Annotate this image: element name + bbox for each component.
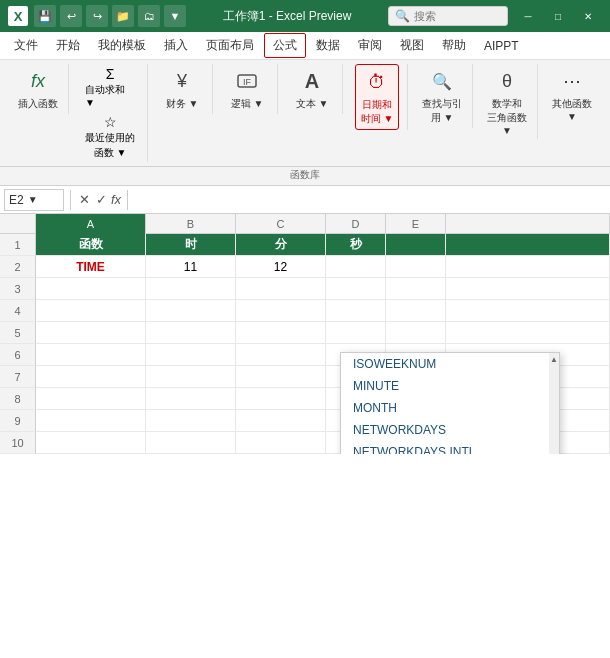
more-functions-button[interactable]: ⋯ 其他函数 ▼ — [550, 64, 594, 125]
function-dropdown: ISOWEEKNUM MINUTE MONTH NETWORKDAYS NETW… — [340, 352, 560, 454]
close-button[interactable]: ✕ — [574, 5, 602, 27]
search-icon: 🔍 — [395, 9, 410, 23]
formula-input[interactable] — [134, 189, 606, 211]
col-header-c[interactable]: C — [236, 214, 326, 234]
col-header-b[interactable]: B — [146, 214, 236, 234]
menu-layout[interactable]: 页面布局 — [198, 34, 262, 57]
title-bar-icons: 💾 ↩ ↪ 📁 🗂 ▼ — [34, 5, 186, 27]
ribbon-section-label: 函数库 — [0, 167, 610, 186]
svg-text:IF: IF — [243, 77, 252, 87]
cell-b2[interactable]: 11 — [146, 256, 236, 278]
cell-a1[interactable]: 函数 — [36, 234, 146, 256]
table-row: 1 函数 时 分 秒 — [0, 234, 610, 256]
dropdown-item-month[interactable]: MONTH — [341, 397, 549, 419]
cell-d2[interactable] — [326, 256, 386, 278]
search-input[interactable] — [414, 10, 494, 22]
maximize-button[interactable]: □ — [544, 5, 572, 27]
customize-icon[interactable]: ▼ — [164, 5, 186, 27]
menu-help[interactable]: 帮助 — [434, 34, 474, 57]
dropdown-item-networkdays-intl[interactable]: NETWORKDAYS.INTL — [341, 441, 549, 454]
menu-view[interactable]: 视图 — [392, 34, 432, 57]
app-logo: X — [8, 6, 28, 26]
datetime-button[interactable]: ⏱ 日期和时间 ▼ — [355, 64, 399, 130]
ribbon-group-fx: fx 插入函数 — [8, 64, 69, 114]
cell-reference-box[interactable]: E2 ▼ — [4, 189, 64, 211]
title-bar: X 💾 ↩ ↪ 📁 🗂 ▼ 工作簿1 - Excel Preview 🔍 ─ □… — [0, 0, 610, 32]
finance-button[interactable]: ¥ 财务 ▼ — [160, 64, 204, 114]
menu-home[interactable]: 开始 — [48, 34, 88, 57]
col-header-e[interactable]: E — [386, 214, 446, 234]
redo-icon[interactable]: ↪ — [86, 5, 108, 27]
table-row: 3 — [0, 278, 610, 300]
fx-label: fx — [111, 192, 121, 207]
menu-data[interactable]: 数据 — [308, 34, 348, 57]
scroll-up-button[interactable]: ▲ — [548, 353, 560, 366]
autosum-button[interactable]: Σ 自动求和 ▼ — [81, 64, 139, 110]
dropdown-list: ISOWEEKNUM MINUTE MONTH NETWORKDAYS NETW… — [341, 353, 559, 454]
window-title: 工作簿1 - Excel Preview — [192, 8, 382, 25]
menu-formula[interactable]: 公式 — [264, 33, 306, 58]
undo-icon[interactable]: ↩ — [60, 5, 82, 27]
formula-divider — [70, 190, 71, 210]
cell-d1[interactable]: 秒 — [326, 234, 386, 256]
col-header-rest[interactable] — [446, 214, 610, 234]
dropdown-item-networkdays[interactable]: NETWORKDAYS — [341, 419, 549, 441]
lookup-button[interactable]: 🔍 查找与引用 ▼ — [420, 64, 464, 128]
menu-file[interactable]: 文件 — [6, 34, 46, 57]
math-button[interactable]: θ 数学和三角函数 ▼ — [485, 64, 529, 139]
formula-bar: E2 ▼ ✕ ✓ fx — [0, 186, 610, 214]
open-icon[interactable]: 📁 — [112, 5, 134, 27]
text-button[interactable]: A 文本 ▼ — [290, 64, 334, 114]
dropdown-item-isoweeknum[interactable]: ISOWEEKNUM — [341, 353, 549, 375]
lookup-icon: 🔍 — [428, 67, 456, 95]
dropdown-item-minute[interactable]: MINUTE — [341, 375, 549, 397]
confirm-formula-icon[interactable]: ✓ — [94, 190, 109, 209]
math-icon: θ — [493, 67, 521, 95]
cell-a2[interactable]: TIME — [36, 256, 146, 278]
row-num-1: 1 — [0, 234, 36, 256]
menu-insert[interactable]: 插入 — [156, 34, 196, 57]
column-headers: A B C D E — [0, 214, 610, 234]
cell-c2[interactable]: 12 — [236, 256, 326, 278]
cell-f2[interactable] — [446, 256, 610, 278]
cell-e2[interactable] — [386, 256, 446, 278]
save-icon[interactable]: 💾 — [34, 5, 56, 27]
row-num-2: 2 — [0, 256, 36, 278]
search-bar[interactable]: 🔍 — [388, 6, 508, 26]
cancel-formula-icon[interactable]: ✕ — [77, 190, 92, 209]
table-row: 5 — [0, 322, 610, 344]
folder-icon[interactable]: 🗂 — [138, 5, 160, 27]
insert-function-button[interactable]: fx 插入函数 — [16, 64, 60, 114]
ribbon-group-finance: ¥ 财务 ▼ — [152, 64, 213, 114]
menu-templates[interactable]: 我的模板 — [90, 34, 154, 57]
ribbon-group-logic: IF 逻辑 ▼ — [217, 64, 278, 114]
col-header-d[interactable]: D — [326, 214, 386, 234]
ribbon: fx 插入函数 Σ 自动求和 ▼ ☆ 最近使用的 函数 ▼ ¥ 财务 ▼ — [0, 60, 610, 167]
ribbon-group-more: ⋯ 其他函数 ▼ — [542, 64, 602, 125]
logic-button[interactable]: IF 逻辑 ▼ — [225, 64, 269, 114]
sheet-container: A B C D E 1 函数 时 分 秒 2 TIME 11 12 3 4 5 … — [0, 214, 610, 454]
menu-review[interactable]: 审阅 — [350, 34, 390, 57]
cell-f1[interactable] — [446, 234, 610, 256]
corner-cell — [0, 214, 36, 233]
table-row: 2 TIME 11 12 — [0, 256, 610, 278]
minimize-button[interactable]: ─ — [514, 5, 542, 27]
ribbon-group-text: A 文本 ▼ — [282, 64, 343, 114]
cell-e1[interactable] — [386, 234, 446, 256]
menu-bar: 文件 开始 我的模板 插入 页面布局 公式 数据 审阅 视图 帮助 AIPPT — [0, 32, 610, 60]
col-header-a[interactable]: A — [36, 214, 146, 234]
dropdown-arrow-icon: ▼ — [28, 194, 38, 205]
logic-icon: IF — [233, 67, 261, 95]
ribbon-group-autosum: Σ 自动求和 ▼ ☆ 最近使用的 函数 ▼ — [73, 64, 148, 162]
menu-aippt[interactable]: AIPPT — [476, 36, 527, 56]
clock-icon: ⏱ — [363, 68, 391, 96]
sigma-icon: Σ — [106, 66, 115, 82]
scrollbar[interactable]: ▲ ▼ — [549, 353, 559, 454]
finance-icon: ¥ — [168, 67, 196, 95]
cell-c1[interactable]: 分 — [236, 234, 326, 256]
recent-functions-button[interactable]: ☆ 最近使用的 函数 ▼ — [81, 112, 139, 162]
formula-divider2 — [127, 190, 128, 210]
ribbon-group-math: θ 数学和三角函数 ▼ — [477, 64, 538, 139]
more-icon: ⋯ — [558, 67, 586, 95]
cell-b1[interactable]: 时 — [146, 234, 236, 256]
